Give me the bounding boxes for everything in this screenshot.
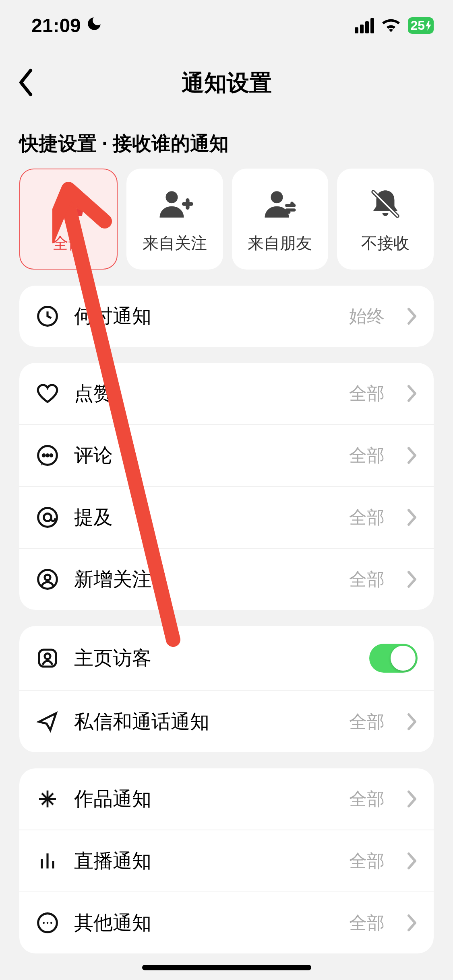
status-left: 21:09 [31, 14, 103, 37]
row-label: 主页访客 [74, 645, 355, 671]
do-not-disturb-icon [86, 14, 103, 37]
svg-point-12 [44, 514, 52, 521]
quick-option-none[interactable]: 不接收 [337, 169, 434, 270]
svg-point-23 [50, 922, 52, 924]
row-other[interactable]: 其他通知 全部 [19, 891, 434, 953]
row-comments[interactable]: 评论 全部 [19, 424, 434, 486]
chevron-right-icon [406, 385, 418, 402]
chevron-right-icon [406, 790, 418, 808]
row-likes[interactable]: 点赞 全部 [19, 363, 434, 424]
wifi-icon [381, 14, 401, 37]
svg-point-3 [271, 191, 283, 203]
svg-point-16 [45, 653, 50, 659]
row-label: 直播通知 [74, 848, 335, 874]
row-value: 全部 [349, 787, 385, 811]
chevron-right-icon [406, 713, 418, 731]
quick-settings-title: 快捷设置 · 接收谁的通知 [0, 115, 453, 169]
chevron-right-icon [406, 852, 418, 870]
svg-point-10 [50, 455, 52, 457]
group-interactions: 点赞 全部 评论 全部 提及 全部 新增关注 全部 [19, 363, 434, 610]
row-value: 全部 [349, 710, 385, 734]
bars-icon [35, 849, 60, 873]
chevron-right-icon [406, 307, 418, 325]
row-value: 全部 [349, 568, 385, 591]
svg-point-11 [38, 508, 57, 527]
svg-point-8 [43, 455, 45, 457]
people-icon [50, 187, 87, 221]
quick-settings-row: 全部 来自关注 来自朋友 不接收 [0, 169, 453, 270]
status-right: 25 [355, 14, 434, 37]
clock-icon [35, 304, 60, 328]
sparkle-icon [35, 787, 60, 811]
battery-indicator: 25 [408, 17, 434, 34]
svg-point-14 [45, 574, 50, 580]
row-mentions[interactable]: 提及 全部 [19, 486, 434, 548]
group-content: 作品通知 全部 直播通知 全部 其他通知 全部 [19, 768, 434, 953]
row-label: 提及 [74, 504, 335, 530]
profile-card-icon [35, 646, 60, 670]
quick-option-label: 来自关注 [143, 232, 207, 254]
row-label: 点赞 [74, 381, 335, 406]
toggle-profile-visitors[interactable] [369, 644, 418, 673]
bell-off-icon [367, 187, 403, 221]
row-value: 全部 [349, 382, 385, 406]
quick-option-label: 全部 [52, 232, 85, 254]
quick-option-label: 来自朋友 [248, 232, 312, 254]
chevron-right-icon [406, 447, 418, 464]
svg-point-21 [43, 922, 45, 924]
page-title: 通知设置 [19, 68, 434, 99]
quick-option-following[interactable]: 来自关注 [126, 169, 223, 270]
row-profile-visitors[interactable]: 主页访客 [19, 626, 434, 690]
status-time: 21:09 [31, 14, 81, 37]
quick-option-friends[interactable]: 来自朋友 [232, 169, 329, 270]
at-icon [35, 505, 60, 529]
row-live[interactable]: 直播通知 全部 [19, 830, 434, 891]
send-icon [35, 710, 60, 734]
group-when: 何时通知 始终 [19, 286, 434, 347]
row-value: 全部 [349, 506, 385, 529]
page-header: 通知设置 [0, 44, 453, 115]
quick-option-all[interactable]: 全部 [19, 169, 118, 270]
row-label: 私信和通话通知 [74, 709, 335, 735]
row-value: 全部 [349, 849, 385, 873]
home-indicator [142, 965, 311, 970]
row-label: 何时通知 [74, 303, 335, 329]
cellular-signal-icon [355, 18, 374, 33]
row-label: 评论 [74, 443, 335, 468]
back-button[interactable] [16, 68, 35, 99]
svg-point-9 [47, 455, 49, 457]
row-dm-call[interactable]: 私信和通话通知 全部 [19, 690, 434, 752]
row-label: 作品通知 [74, 786, 335, 812]
row-label: 新增关注 [74, 566, 335, 592]
svg-point-2 [165, 191, 178, 203]
person-plus-icon [157, 187, 193, 221]
row-when-notify[interactable]: 何时通知 始终 [19, 286, 434, 347]
row-value: 全部 [349, 911, 385, 935]
row-value: 始终 [349, 305, 385, 328]
row-new-followers[interactable]: 新增关注 全部 [19, 548, 434, 610]
row-works[interactable]: 作品通知 全部 [19, 768, 434, 830]
svg-point-0 [58, 192, 70, 204]
chevron-right-icon [406, 570, 418, 588]
quick-option-label: 不接收 [361, 232, 410, 254]
chevron-right-icon [406, 509, 418, 526]
heart-icon [35, 381, 60, 406]
svg-point-22 [47, 922, 49, 924]
more-circle-icon [35, 911, 60, 935]
user-circle-icon [35, 567, 60, 591]
chevron-right-icon [406, 914, 418, 932]
svg-point-1 [70, 192, 79, 201]
row-value: 全部 [349, 444, 385, 467]
row-label: 其他通知 [74, 910, 335, 936]
group-visitors-messages: 主页访客 私信和通话通知 全部 [19, 626, 434, 752]
status-bar: 21:09 25 [0, 0, 453, 44]
person-exchange-icon [262, 187, 298, 221]
comment-icon [35, 443, 60, 467]
battery-level: 25 [410, 18, 425, 33]
